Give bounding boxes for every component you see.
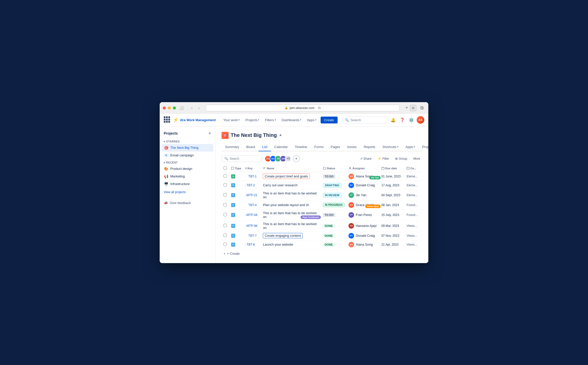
task-key[interactable]: MTP-21 [247,193,258,197]
sidebar-item-label: Product design [170,167,192,171]
sidebar-item-infrastructure[interactable]: 🖥️ Infrastructure [162,180,213,188]
due-date: 01 June, 2023 [381,175,401,178]
nav-projects[interactable]: Projects ▾ [243,117,262,123]
tab-reports[interactable]: Reports [360,143,379,151]
row-checkbox[interactable] [224,243,227,246]
tab-issues[interactable]: Issues [344,143,360,151]
task-key[interactable]: TBT-1 [248,175,257,178]
task-key[interactable]: MTP-04 [247,213,258,217]
task-name[interactable]: Create engaging content [263,233,302,238]
expand-icon[interactable]: › [245,214,246,216]
task-name[interactable]: This is an item that has to be worked on [263,222,317,230]
refresh-button[interactable]: ↻ [318,106,321,110]
row-checkbox[interactable] [224,193,227,196]
maximize-button[interactable] [173,106,176,110]
svg-rect-5 [263,168,266,168]
tab-list[interactable]: List [259,143,271,151]
filter-button[interactable]: ⚡ Filter [376,156,391,161]
task-key[interactable]: MTP-94 [247,224,258,228]
col-due-date: Due date [379,165,405,172]
tab-pages[interactable]: Pages [327,143,344,151]
app-switcher-icon[interactable] [164,116,171,123]
task-name[interactable]: This is an item that has to be worked on [263,191,317,199]
table-row: T›TBT-8 Launch your website DONE AS Alan… [222,240,422,249]
filter-icon: ⚡ [378,157,381,160]
tab-board[interactable]: Board [243,143,259,151]
svg-point-7 [323,167,326,170]
svg-point-1 [413,107,414,108]
nav-filters[interactable]: Filters ▾ [262,117,278,123]
minimize-button[interactable] [168,106,171,110]
tab-project-settings[interactable]: Project settings [418,143,428,151]
expand-icon[interactable]: › [245,194,246,197]
tab-summary[interactable]: Summary [222,143,243,151]
back-button[interactable]: ‹ [189,105,195,111]
task-name[interactable]: Create project brief and goals [263,174,310,179]
tab-shortcuts[interactable]: Shortcuts ▾ [379,143,402,151]
add-assignee-icon[interactable]: + [293,155,300,162]
nav-dashboards[interactable]: Dashboards ▾ [279,117,304,123]
tab-apps[interactable]: Apps ▾ [402,143,419,151]
browser-extension-icon[interactable] [410,105,416,111]
type-icon: S [231,174,235,178]
svg-rect-3 [421,106,423,109]
create-task-button[interactable]: + + Create [222,249,422,258]
assignee-cell: FP Fran Perez [348,212,377,218]
forward-button[interactable]: › [196,105,202,111]
app-logo[interactable]: ⚡ Jira Work Management [173,117,216,123]
task-key[interactable]: TBT-4 [248,203,257,207]
project-icon: 📢 [164,174,168,179]
notifications-icon[interactable]: 🔔 [389,116,397,124]
sidebar-item-marketing[interactable]: 📢 Marketing [162,173,213,180]
user-avatar[interactable]: AS [417,116,424,124]
nav-your-work[interactable]: Your work ▾ [221,117,242,123]
group-button[interactable]: ⊞ Group [393,156,409,161]
tab-timeline[interactable]: Timeline [291,143,311,151]
row-checkbox[interactable] [224,224,227,227]
sidebar-item-product-design[interactable]: 🎨 Product design [162,165,213,173]
more-button[interactable]: More [411,156,422,161]
row-checkbox[interactable] [224,234,227,237]
tab-forms[interactable]: Forms [311,143,327,151]
global-search-box[interactable]: 🔍 Search [342,117,388,123]
task-name[interactable]: Launch your website [263,243,293,246]
create-button[interactable]: Create [321,117,338,123]
view-all-projects-link[interactable]: View all projects [162,189,213,195]
help-icon[interactable]: ❓ [398,116,406,124]
expand-icon[interactable]: › [245,184,246,187]
close-button[interactable] [163,106,166,110]
avatar-count-badge[interactable]: +3 [285,155,291,162]
select-all-checkbox[interactable] [224,167,227,170]
address-bar[interactable]: 🔒 jwm.atlassian.com ↻ [206,105,400,111]
copy-icon[interactable] [419,105,425,111]
sidebar-item-label: Email campaign [170,153,194,157]
star-icon[interactable]: ✦ [279,133,282,138]
sidebar-add-button[interactable]: + [208,131,211,136]
nav-apps[interactable]: Apps ▾ [304,117,319,123]
sidebar-item-next-big-thing[interactable]: 🎯 The Next Big Thing [162,144,213,152]
list-search-input[interactable]: 🔍 Search [222,155,262,162]
sidebar-title: Projects [164,131,178,135]
row-checkbox[interactable] [224,183,227,187]
due-date: 17 Aug, 2023 [381,184,399,187]
sidebar-toggle-icon[interactable]: ⬜ [179,105,184,111]
row-checkbox[interactable] [224,174,227,178]
assignee-avatar: HA [348,223,354,229]
settings-icon[interactable]: ⚙️ [408,116,415,124]
expand-icon[interactable]: › [245,225,246,227]
row-checkbox[interactable] [224,203,227,206]
give-feedback-link[interactable]: 📣 Give feedback [162,199,213,206]
task-name[interactable]: Carry out user research [263,183,298,187]
svg-rect-9 [382,167,384,170]
task-name[interactable]: Plan your website layout and IA [263,203,309,207]
expand-icon[interactable]: › [245,244,246,246]
task-key[interactable]: TBT-7 [248,234,257,238]
task-key[interactable]: TBT-8 [247,243,255,246]
row-checkbox[interactable] [224,213,227,216]
new-tab-button[interactable]: + [405,105,408,111]
tab-calendar[interactable]: Calendar [271,143,291,151]
share-button[interactable]: ↗ Share [358,156,374,161]
type-icon: T [231,193,235,197]
sidebar-item-email-campaign[interactable]: 📧 Email campaign [162,152,213,159]
task-key[interactable]: TBT-2 [247,184,255,187]
